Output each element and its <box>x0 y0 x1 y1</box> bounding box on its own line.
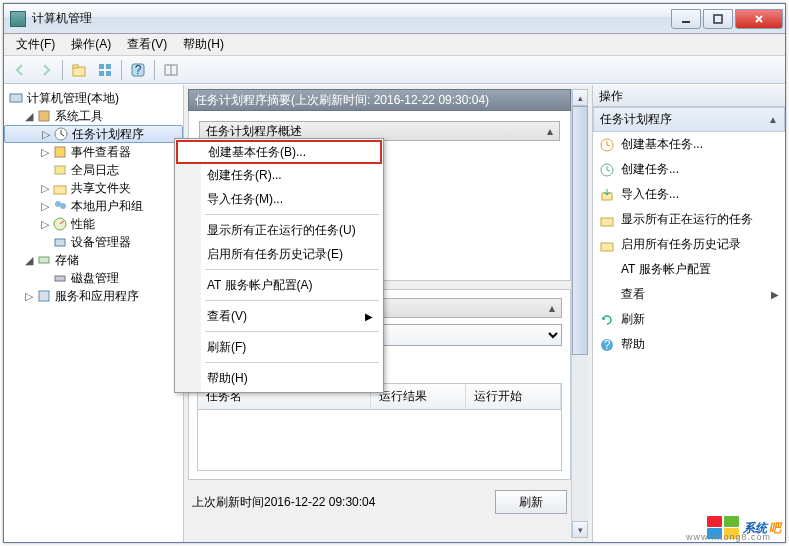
cm-enable-history[interactable]: 启用所有任务历史记录(E) <box>177 242 381 266</box>
svg-rect-21 <box>55 239 65 246</box>
cm-view[interactable]: 查看(V)▶ <box>177 304 381 328</box>
folder-icon <box>599 212 615 228</box>
titlebar: 计算机管理 <box>4 4 785 34</box>
actions-header: 操作 <box>593 85 785 107</box>
properties-button[interactable] <box>93 59 117 81</box>
toolbar: ? <box>4 56 785 84</box>
action-at-account[interactable]: AT 服务帐户配置 <box>593 257 785 282</box>
menu-view[interactable]: 查看(V) <box>119 34 175 55</box>
svg-rect-22 <box>39 257 49 263</box>
svg-rect-13 <box>39 111 49 121</box>
tree-task-scheduler[interactable]: ▷任务计划程序 <box>4 125 183 143</box>
minimize-button[interactable] <box>671 9 701 29</box>
action-help[interactable]: ?帮助 <box>593 332 785 357</box>
close-button[interactable] <box>735 9 783 29</box>
tree-event-viewer[interactable]: ▷事件查看器 <box>4 143 183 161</box>
svg-rect-0 <box>682 21 690 23</box>
cm-show-running[interactable]: 显示所有正在运行的任务(U) <box>177 218 381 242</box>
cm-create-basic[interactable]: 创建基本任务(B)... <box>176 140 382 164</box>
help-icon: ? <box>599 337 615 353</box>
submenu-arrow-icon: ▶ <box>771 289 779 300</box>
tree-performance[interactable]: ▷性能 <box>4 215 183 233</box>
svg-rect-3 <box>73 65 78 68</box>
tree-storage[interactable]: ◢存储 <box>4 251 183 269</box>
cm-refresh[interactable]: 刷新(F) <box>177 335 381 359</box>
svg-rect-12 <box>10 94 22 102</box>
svg-rect-4 <box>99 64 104 69</box>
task-icon <box>599 162 615 178</box>
svg-point-19 <box>60 203 66 209</box>
table-body <box>198 410 561 470</box>
svg-text:?: ? <box>604 338 611 352</box>
collapse-icon[interactable]: ▴ <box>549 301 555 315</box>
svg-rect-16 <box>55 166 65 174</box>
app-icon <box>10 11 26 27</box>
folder-icon <box>599 237 615 253</box>
back-button[interactable] <box>8 59 32 81</box>
tree-disk-mgmt[interactable]: 磁盘管理 <box>4 269 183 287</box>
action-import-task[interactable]: 导入任务... <box>593 182 785 207</box>
last-refresh-label: 上次刷新时间2016-12-22 09:30:04 <box>192 494 375 511</box>
scroll-down-icon[interactable]: ▾ <box>572 521 588 538</box>
main-window: 计算机管理 文件(F) 操作(A) 查看(V) 帮助(H) ? 计算机管理(本地… <box>3 3 786 543</box>
refresh-icon <box>599 312 615 328</box>
svg-text:?: ? <box>135 63 142 77</box>
svg-rect-23 <box>55 276 65 281</box>
help-button[interactable]: ? <box>126 59 150 81</box>
svg-rect-17 <box>54 186 66 194</box>
svg-rect-24 <box>39 291 49 301</box>
vertical-scrollbar[interactable]: ▴ ▾ <box>571 89 588 538</box>
action-enable-history[interactable]: 启用所有任务历史记录 <box>593 232 785 257</box>
tree-system-tools[interactable]: ◢系统工具 <box>4 107 183 125</box>
svg-rect-15 <box>55 147 65 157</box>
action-create-task[interactable]: 创建任务... <box>593 157 785 182</box>
scroll-thumb[interactable] <box>572 106 588 355</box>
menu-file[interactable]: 文件(F) <box>8 34 63 55</box>
svg-rect-1 <box>714 15 722 23</box>
maximize-button[interactable] <box>703 9 733 29</box>
action-show-running[interactable]: 显示所有正在运行的任务 <box>593 207 785 232</box>
actions-pane: 操作 任务计划程序▲ 创建基本任务... 创建任务... 导入任务... 显示所… <box>593 85 785 542</box>
watermark: 系统吧 www.xitong8.com <box>707 516 781 540</box>
action-view[interactable]: 查看▶ <box>593 282 785 307</box>
clock-icon <box>599 137 615 153</box>
svg-rect-29 <box>601 243 613 251</box>
col-result[interactable]: 运行结果 <box>371 384 466 409</box>
actions-section[interactable]: 任务计划程序▲ <box>593 107 785 132</box>
forward-button[interactable] <box>34 59 58 81</box>
pane-button[interactable] <box>159 59 183 81</box>
up-button[interactable] <box>67 59 91 81</box>
submenu-arrow-icon: ▶ <box>365 311 373 322</box>
svg-rect-7 <box>106 71 111 76</box>
action-refresh[interactable]: 刷新 <box>593 307 785 332</box>
scroll-up-icon[interactable]: ▴ <box>572 89 588 106</box>
tree-device-manager[interactable]: 设备管理器 <box>4 233 183 251</box>
tree-shared-folders[interactable]: ▷共享文件夹 <box>4 179 183 197</box>
tree-global-log[interactable]: 全局日志 <box>4 161 183 179</box>
refresh-button[interactable]: 刷新 <box>495 490 567 514</box>
action-create-basic[interactable]: 创建基本任务... <box>593 132 785 157</box>
tree-local-users[interactable]: ▷本地用户和组 <box>4 197 183 215</box>
menubar: 文件(F) 操作(A) 查看(V) 帮助(H) <box>4 34 785 56</box>
summary-header: 任务计划程序摘要(上次刷新时间: 2016-12-22 09:30:04) <box>188 89 571 111</box>
cm-create-task[interactable]: 创建任务(R)... <box>177 163 381 187</box>
chevron-up-icon: ▲ <box>768 114 778 125</box>
col-start[interactable]: 运行开始 <box>466 384 561 409</box>
import-icon <box>599 187 615 203</box>
context-menu: 创建基本任务(B)... 创建任务(R)... 导入任务(M)... 显示所有正… <box>174 138 384 393</box>
menu-action[interactable]: 操作(A) <box>63 34 119 55</box>
navigation-tree[interactable]: 计算机管理(本地) ◢系统工具 ▷任务计划程序 ▷事件查看器 全局日志 ▷共享文… <box>4 85 184 542</box>
cm-import-task[interactable]: 导入任务(M)... <box>177 187 381 211</box>
cm-at-account[interactable]: AT 服务帐户配置(A) <box>177 273 381 297</box>
svg-rect-5 <box>106 64 111 69</box>
tree-services-apps[interactable]: ▷服务和应用程序 <box>4 287 183 305</box>
menu-help[interactable]: 帮助(H) <box>175 34 232 55</box>
tree-root[interactable]: 计算机管理(本地) <box>4 89 183 107</box>
cm-help[interactable]: 帮助(H) <box>177 366 381 390</box>
svg-rect-28 <box>601 218 613 226</box>
window-title: 计算机管理 <box>32 10 669 27</box>
svg-rect-6 <box>99 71 104 76</box>
collapse-icon[interactable]: ▴ <box>547 124 553 138</box>
task-table: 任务名 运行结果 运行开始 <box>197 383 562 471</box>
